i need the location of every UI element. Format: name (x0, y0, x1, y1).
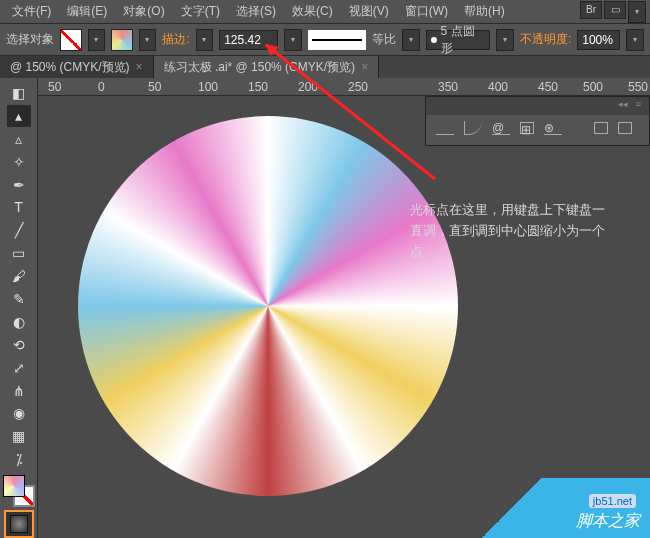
stroke-dropdown[interactable] (139, 29, 157, 51)
stroke-line-icon[interactable] (436, 121, 454, 135)
options-bar: 选择对象 描边: 125.42 等比 5 点圆形 不透明度: 100% (0, 24, 650, 56)
fill-stroke-control[interactable] (3, 475, 35, 507)
document-tabs: @ 150% (CMYK/预览)× 练习太极 .ai* @ 150% (CMYK… (0, 56, 650, 78)
watermark: jb51.net 脚本之家 (470, 478, 650, 538)
select-mode-label: 选择对象 (6, 31, 54, 48)
draw-mode-button[interactable] (4, 510, 34, 538)
menubar: 文件(F) 编辑(E) 对象(O) 文字(T) 选择(S) 效果(C) 视图(V… (0, 0, 650, 24)
type-tool[interactable]: T (7, 196, 31, 218)
artboard-nav-icon[interactable]: ◧ (7, 82, 31, 104)
gradient-thumb-icon (10, 515, 28, 533)
menu-file[interactable]: 文件(F) (4, 3, 59, 20)
stroke-profile-preview[interactable] (308, 30, 367, 50)
opacity-input[interactable]: 100% (577, 30, 620, 50)
profile-label: 等比 (372, 31, 396, 48)
menu-object[interactable]: 对象(O) (115, 3, 172, 20)
panel-option1-icon[interactable] (594, 122, 608, 134)
close-icon[interactable]: × (136, 60, 143, 74)
watermark-site: 脚本之家 (576, 511, 640, 532)
shape-builder-tool[interactable]: ◉ (7, 402, 31, 424)
watermark-url: jb51.net (589, 494, 636, 508)
stroke-stepper[interactable] (196, 29, 214, 51)
menu-edit[interactable]: 编辑(E) (59, 3, 115, 20)
scale-tool[interactable]: ⤢ (7, 357, 31, 379)
line-tool[interactable]: ╱ (7, 219, 31, 241)
annotation-text: 光标点在这里，用键盘上下键盘一直调，直到调到中心圆缩小为一个点 (410, 200, 610, 262)
conic-gradient-circle[interactable] (78, 116, 458, 496)
opacity-label: 不透明度: (520, 31, 571, 48)
gradient-tool[interactable]: ▦ (7, 425, 31, 447)
brush-dropdown[interactable] (496, 29, 514, 51)
stroke-weight-dropdown[interactable] (284, 29, 302, 51)
eraser-tool[interactable]: ◐ (7, 311, 31, 333)
menu-help[interactable]: 帮助(H) (456, 3, 513, 20)
close-icon[interactable]: × (361, 60, 368, 74)
width-tool[interactable]: ⋔ (7, 380, 31, 402)
brush-dot-icon (431, 37, 437, 43)
pen-tool[interactable]: ✒ (7, 174, 31, 196)
brush-select[interactable]: 5 点圆形 (426, 30, 491, 50)
pencil-tool[interactable]: ✎ (7, 288, 31, 310)
brush-label: 5 点圆形 (441, 23, 486, 57)
profile-dropdown[interactable] (402, 29, 420, 51)
stroke-weight-input[interactable]: 125.42 (219, 30, 278, 50)
menu-type[interactable]: 文字(T) (173, 3, 228, 20)
selection-tool[interactable]: ▴ (7, 105, 31, 127)
fill-dropdown[interactable] (88, 29, 106, 51)
menu-view[interactable]: 视图(V) (341, 3, 397, 20)
toolbox: ◧ ▴ ▵ ✧ ✒ T ╱ ▭ 🖌 ✎ ◐ ⟲ ⤢ ⋔ ◉ ▦ ⁒ (0, 78, 38, 538)
paintbrush-tool[interactable]: 🖌 (7, 265, 31, 287)
stroke-spiral-icon[interactable]: @ (492, 121, 510, 135)
magic-wand-tool[interactable]: ✧ (7, 151, 31, 173)
stroke-polar-icon[interactable]: ⊛ (544, 121, 562, 135)
tab-doc2[interactable]: 练习太极 .ai* @ 150% (CMYK/预览)× (154, 56, 380, 78)
tab-doc1[interactable]: @ 150% (CMYK/预览)× (0, 56, 154, 78)
stroke-grid-icon[interactable]: ⊞ (520, 122, 534, 134)
fill-swatch[interactable] (60, 29, 82, 51)
rectangle-tool[interactable]: ▭ (7, 242, 31, 264)
brushes-panel: ◂◂≡ @ ⊞ ⊛ (425, 96, 650, 146)
fill-color-icon[interactable] (3, 475, 25, 497)
stroke-swatch[interactable] (111, 29, 133, 51)
ruler-horizontal: 50 0 50 100 150 200 250 350 400 450 500 … (38, 78, 650, 96)
opacity-dropdown[interactable] (626, 29, 644, 51)
menu-select[interactable]: 选择(S) (228, 3, 284, 20)
stroke-label: 描边: (162, 31, 189, 48)
menu-window[interactable]: 窗口(W) (397, 3, 456, 20)
rotate-tool[interactable]: ⟲ (7, 334, 31, 356)
panel-collapse-icon[interactable]: ◂◂ (614, 97, 632, 115)
panel-option2-icon[interactable] (618, 122, 632, 134)
panel-menu-icon[interactable]: ≡ (632, 97, 645, 115)
eyedropper-tool[interactable]: ⁒ (7, 448, 31, 470)
workspace-dropdown[interactable] (628, 1, 646, 23)
layout-button[interactable]: ▭ (604, 1, 626, 19)
direct-selection-tool[interactable]: ▵ (7, 128, 31, 150)
canvas-area[interactable] (38, 96, 650, 538)
menu-effect[interactable]: 效果(C) (284, 3, 341, 20)
bridge-button[interactable]: Br (580, 1, 602, 19)
stroke-arc-icon[interactable] (464, 121, 482, 135)
